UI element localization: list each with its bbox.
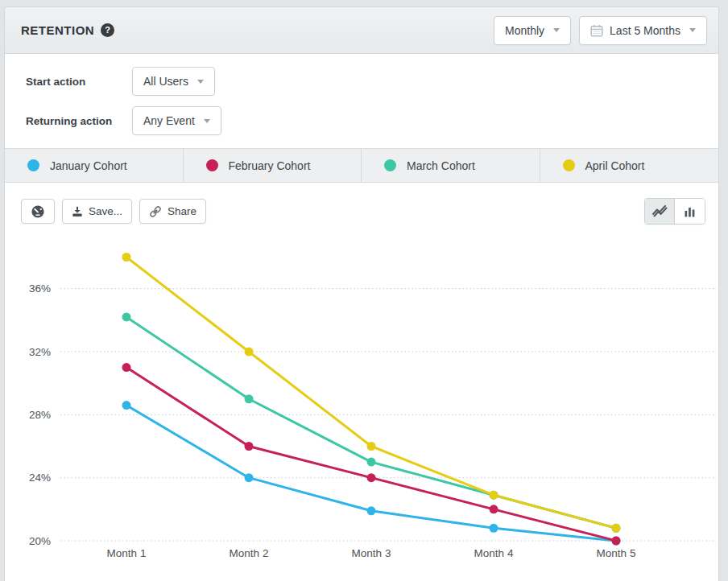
series-march-cohort[interactable]: [122, 312, 621, 532]
y-axis-labels: 36%32%28%24%20%: [29, 282, 51, 546]
add-to-dashboard-button[interactable]: [21, 199, 55, 224]
chart-type-toggle: [644, 198, 705, 225]
data-point[interactable]: [490, 505, 498, 513]
series-april-cohort[interactable]: [122, 253, 621, 533]
legend-item-january-cohort[interactable]: January Cohort: [5, 149, 184, 182]
series-color-dot: [27, 159, 39, 171]
date-range-dropdown[interactable]: Last 5 Months: [579, 16, 707, 45]
interval-dropdown[interactable]: Monthly: [494, 16, 571, 45]
returning-action-dropdown[interactable]: Any Event: [132, 106, 221, 135]
toolbar-left-group: Save... Share: [21, 199, 206, 224]
series-color-dot: [384, 159, 396, 171]
svg-text:20%: 20%: [29, 535, 51, 547]
legend-item-april-cohort[interactable]: April Cohort: [540, 149, 719, 182]
data-point[interactable]: [612, 524, 621, 533]
data-point[interactable]: [612, 537, 621, 546]
data-point[interactable]: [122, 401, 131, 410]
header-controls: Monthly Last 5 Months: [494, 16, 707, 45]
x-axis-labels: Month 1Month 2Month 3Month 4Month 5: [107, 547, 636, 559]
bar-chart-toggle[interactable]: [675, 199, 705, 224]
legend-label: February Cohort: [229, 159, 311, 172]
date-range-value: Last 5 Months: [610, 24, 680, 37]
gridlines: [60, 289, 717, 541]
save-button-label: Save...: [89, 205, 122, 217]
svg-text:28%: 28%: [29, 409, 51, 421]
start-action-label: Start action: [26, 76, 132, 88]
legend-label: March Cohort: [407, 159, 475, 172]
share-button[interactable]: Share: [139, 199, 206, 224]
save-button[interactable]: Save...: [62, 199, 132, 224]
chart-toolbar: Save... Share: [5, 198, 718, 225]
data-point[interactable]: [367, 473, 376, 482]
returning-action-value: Any Event: [143, 114, 195, 127]
chevron-down-icon: [553, 28, 560, 32]
data-point[interactable]: [122, 312, 131, 321]
data-point[interactable]: [490, 491, 498, 500]
data-point[interactable]: [245, 394, 254, 403]
line-chart-icon: [652, 204, 668, 218]
title-wrap: RETENTION ?: [21, 23, 114, 37]
svg-text:Month 5: Month 5: [597, 547, 636, 559]
data-point[interactable]: [490, 524, 498, 533]
filters-section: Start action All Users Returning action …: [5, 54, 718, 148]
legend-item-february-cohort[interactable]: February Cohort: [184, 149, 362, 182]
svg-text:36%: 36%: [29, 282, 51, 295]
svg-text:Month 1: Month 1: [107, 547, 147, 559]
report-header: RETENTION ? Monthly: [5, 7, 718, 54]
data-point[interactable]: [367, 458, 376, 467]
series-color-dot: [206, 159, 218, 171]
chevron-down-icon: [197, 80, 204, 84]
chevron-down-icon: [689, 28, 696, 32]
legend-label: January Cohort: [50, 159, 127, 172]
chevron-down-icon: [204, 119, 210, 123]
data-point[interactable]: [245, 473, 254, 482]
start-action-dropdown[interactable]: All Users: [132, 67, 215, 96]
data-point[interactable]: [122, 253, 131, 262]
help-icon[interactable]: ?: [101, 23, 114, 37]
start-action-value: All Users: [143, 75, 188, 88]
download-icon: [72, 206, 83, 217]
chart-panel: Save... Share: [5, 183, 718, 581]
interval-dropdown-value: Monthly: [505, 24, 544, 37]
bar-chart-icon: [685, 206, 695, 217]
data-point[interactable]: [245, 348, 254, 356]
page-title: RETENTION: [21, 23, 94, 37]
gauge-icon: [31, 204, 45, 219]
retention-report-card: RETENTION ? Monthly: [4, 6, 719, 581]
data-point[interactable]: [245, 442, 254, 451]
returning-action-row: Returning action Any Event: [26, 106, 718, 135]
svg-text:Month 4: Month 4: [474, 547, 514, 559]
svg-text:Month 3: Month 3: [352, 547, 391, 559]
series-february-cohort[interactable]: [122, 363, 621, 545]
data-point[interactable]: [367, 506, 376, 515]
svg-text:32%: 32%: [29, 346, 51, 358]
calendar-icon: [590, 24, 603, 37]
legend-label: April Cohort: [585, 159, 645, 172]
start-action-row: Start action All Users: [26, 67, 718, 96]
series-color-dot: [563, 159, 575, 171]
legend-item-march-cohort[interactable]: March Cohort: [362, 149, 540, 182]
returning-action-label: Returning action: [26, 115, 132, 127]
svg-text:24%: 24%: [29, 472, 51, 484]
link-icon: [149, 205, 162, 218]
data-point[interactable]: [367, 442, 376, 451]
retention-chart[interactable]: 36%32%28%24%20%Month 1Month 2Month 3Mont…: [5, 235, 718, 581]
data-point[interactable]: [122, 363, 131, 372]
share-button-label: Share: [168, 205, 196, 217]
line-chart-toggle[interactable]: [645, 199, 675, 224]
svg-text:Month 2: Month 2: [230, 547, 269, 559]
cohort-legend: January Cohort February Cohort March Coh…: [5, 148, 718, 183]
